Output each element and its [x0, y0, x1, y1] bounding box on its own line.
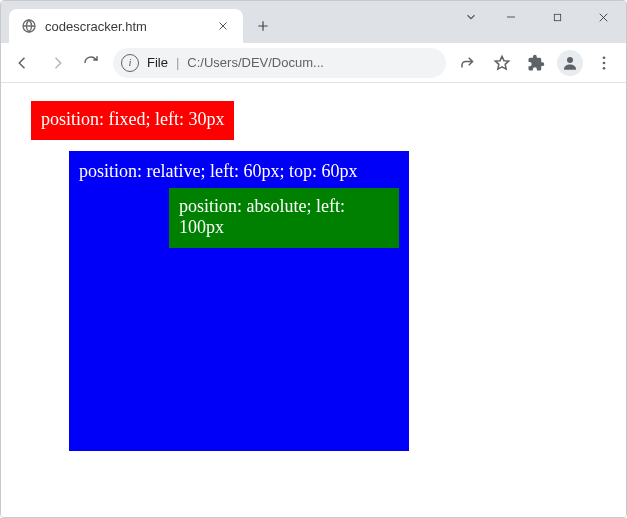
profile-button[interactable]	[554, 47, 586, 79]
avatar-icon	[557, 50, 583, 76]
chevron-down-icon[interactable]	[454, 1, 488, 33]
page-body: position: fixed; left: 30px position: re…	[1, 83, 626, 399]
back-button[interactable]	[7, 47, 39, 79]
close-tab-button[interactable]	[215, 18, 231, 34]
page-viewport: position: fixed; left: 30px position: re…	[1, 83, 626, 517]
absolute-box: position: absolute; left: 100px	[169, 188, 399, 248]
new-tab-button[interactable]	[249, 12, 277, 40]
absolute-box-text: position: absolute; left: 100px	[179, 196, 345, 237]
menu-button[interactable]	[588, 47, 620, 79]
extensions-button[interactable]	[520, 47, 552, 79]
minimize-button[interactable]	[488, 1, 534, 33]
svg-point-5	[603, 66, 606, 69]
tab-title: codescracker.htm	[45, 19, 207, 34]
share-button[interactable]	[452, 47, 484, 79]
browser-tab[interactable]: codescracker.htm	[9, 9, 243, 43]
reload-button[interactable]	[75, 47, 107, 79]
site-info-icon[interactable]: i	[121, 54, 139, 72]
svg-rect-1	[554, 14, 560, 20]
window-controls	[454, 1, 626, 43]
fixed-box-text: position: fixed; left: 30px	[41, 109, 224, 129]
fixed-box: position: fixed; left: 30px	[31, 101, 234, 140]
globe-icon	[21, 18, 37, 34]
svg-point-3	[603, 56, 606, 59]
url-scheme: File	[147, 55, 168, 70]
maximize-button[interactable]	[534, 1, 580, 33]
relative-box-text: position: relative; left: 60px; top: 60p…	[79, 161, 357, 181]
url-path: C:/Users/DEV/Docum...	[187, 55, 438, 70]
svg-point-2	[567, 57, 573, 63]
browser-toolbar: i File | C:/Users/DEV/Docum...	[1, 43, 626, 83]
close-window-button[interactable]	[580, 1, 626, 33]
forward-button[interactable]	[41, 47, 73, 79]
url-divider: |	[176, 55, 179, 70]
svg-point-4	[603, 61, 606, 64]
tab-strip: codescracker.htm	[1, 1, 454, 43]
bookmark-button[interactable]	[486, 47, 518, 79]
relative-box: position: relative; left: 60px; top: 60p…	[69, 151, 409, 451]
window-titlebar: codescracker.htm	[1, 1, 626, 43]
address-bar[interactable]: i File | C:/Users/DEV/Docum...	[113, 48, 446, 78]
